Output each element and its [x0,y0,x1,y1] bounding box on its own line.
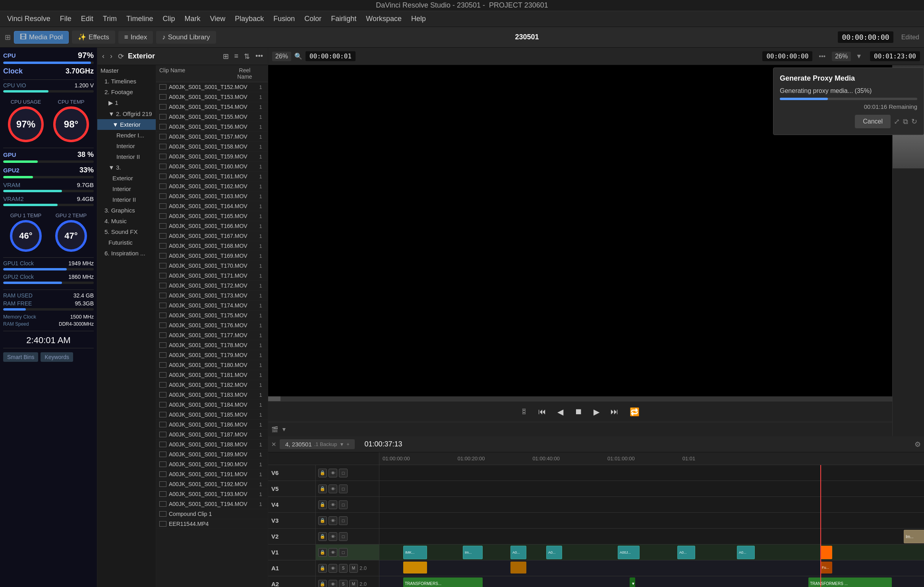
tree-music[interactable]: 4. Music [97,216,156,226]
clip-row[interactable]: A00JK_S001_S001_T188.MOV 1 [156,440,268,450]
tree-graphics[interactable]: 3. Graphics [97,205,156,216]
tree-sound-fx[interactable]: 5. Sound FX [97,226,156,237]
a2-eye[interactable]: 👁 [329,580,337,587]
clip-row[interactable]: A00JK_S001_S001_T193.MOV 1 [156,489,268,499]
clip-row[interactable]: A00JK_S001_S001_T186.MOV 1 [156,420,268,430]
menu-file[interactable]: File [56,13,75,25]
clip-row[interactable]: A00JK_S001_S001_T169.MOV 1 [156,251,268,261]
menu-fairlight[interactable]: Fairlight [327,13,360,25]
v2-eye[interactable]: 👁 [329,532,337,541]
a1-clip-1[interactable] [403,562,427,573]
v1-clip-6[interactable]: A0... [677,546,695,559]
forward-button[interactable]: › [108,50,114,62]
zoom-level-right[interactable]: 26% [832,52,851,61]
menu-playback[interactable]: Playback [231,13,268,25]
clip-row[interactable]: A00JK_S001_S001_T153.MOV 1 [156,92,268,102]
a2-clip-1[interactable]: TRANSFORMERS... [403,577,483,587]
a1-s[interactable]: S [339,564,348,573]
clip-row[interactable]: A00JK_S001_S001_T174.MOV 1 [156,301,268,311]
a1-clip-2[interactable] [510,562,526,573]
keywords-button[interactable]: Keywords [41,352,73,362]
v6-lock[interactable]: 🔒 [318,469,327,477]
a2-s[interactable]: S [339,580,348,587]
clip-row[interactable]: A00JK_S001_S001_T179.MOV 1 [156,350,268,360]
v4-eye[interactable]: 👁 [329,500,337,509]
clip-row[interactable]: A00JK_S001_S001_T160.MOV 1 [156,162,268,172]
clip-row[interactable]: A00JK_S001_S001_T178.MOV 1 [156,340,268,350]
clip-row[interactable]: A00JK_S001_S001_T168.MOV 1 [156,241,268,251]
zoom-level-left[interactable]: 26% [272,52,291,61]
a1-lock[interactable]: 🔒 [318,564,327,573]
clip-row[interactable]: A00JK_S001_S001_T187.MOV 1 [156,430,268,440]
clip-row[interactable]: A00JK_S001_S001_T176.MOV 1 [156,321,268,330]
v4-lock[interactable]: 🔒 [318,500,327,509]
sync-button[interactable]: ⟳ [116,50,126,62]
tree-render[interactable]: Render I... [97,130,156,141]
v1-box[interactable]: □ [339,548,348,557]
more-button[interactable]: ••• [254,50,265,62]
menu-workspace[interactable]: Workspace [362,13,406,25]
menu-help[interactable]: Help [407,13,430,25]
menu-mark[interactable]: Mark [180,13,204,25]
v1-clip-7[interactable]: A0... [737,546,755,559]
stop-button[interactable]: ⏹ [572,405,585,419]
clip-row[interactable]: A00JK_S001_S001_T183.MOV 1 [156,390,268,400]
v1-clip-2[interactable]: Im... [463,546,483,559]
timeline-settings-icon[interactable]: ⚙ [914,440,921,449]
a2-lock[interactable]: 🔒 [318,580,327,587]
v2-clip-1[interactable]: Im... [904,530,924,543]
menu-edit[interactable]: Edit [77,13,97,25]
clip-row[interactable]: A00JK_S001_S001_T180.MOV 1 [156,360,268,370]
tree-interior-ii[interactable]: Interior II [97,151,156,162]
smart-bins-button[interactable]: Smart Bins [3,352,38,362]
v3-eye[interactable]: 👁 [329,516,337,525]
v5-lock[interactable]: 🔒 [318,485,327,493]
clip-row[interactable]: A00JK_S001_S001_T191.MOV 1 [156,469,268,479]
proxy-cancel-button[interactable]: Cancel [855,115,891,128]
clip-row[interactable]: A00JK_S001_S001_T159.MOV 1 [156,152,268,162]
menu-trim[interactable]: Trim [99,13,121,25]
back-button[interactable]: ‹ [101,50,106,62]
menu-color[interactable]: Color [300,13,325,25]
v3-box[interactable]: □ [339,516,348,525]
clip-row[interactable]: A00JK_S001_S001_T152.MOV 1 [156,82,268,92]
grid-view-button[interactable]: ⊞ [221,50,230,62]
preview-timebar[interactable] [268,396,892,401]
clip-row[interactable]: A00JK_S001_S001_T177.MOV 1 [156,330,268,340]
list-view-button[interactable]: ≡ [233,50,240,62]
tab-add-button[interactable]: + [346,442,349,447]
skip-end-button[interactable]: ⏭ [608,405,621,419]
clip-row[interactable]: A00JK_S001_S001_T182.MOV 1 [156,380,268,390]
v1-clip-3[interactable]: A0... [510,546,526,559]
clip-row[interactable]: A00JK_S001_S001_T171.MOV 1 [156,271,268,281]
clip-row[interactable]: A00JK_S001_S001_T170.MOV 1 [156,261,268,271]
v1-clip-5[interactable]: A00J... [618,546,640,559]
tree-footage[interactable]: 2. Footage [97,87,156,97]
timeline-close-icon[interactable]: ✕ [271,441,276,448]
v1-eye[interactable]: 👁 [329,548,337,557]
menu-view[interactable]: View [206,13,229,25]
play-button[interactable]: ▶ [591,405,602,419]
clip-row[interactable]: A00JK_S001_S001_T155.MOV 1 [156,112,268,122]
clip-row[interactable]: A00JK_S001_S001_T161.MOV 1 [156,172,268,182]
v6-box[interactable]: □ [339,469,348,477]
clip-row[interactable]: A00JK_S001_S001_T165.MOV 1 [156,211,268,221]
clip-row[interactable]: A00JK_S001_S001_T194.MOV 1 [156,499,268,509]
v5-box[interactable]: □ [339,485,348,493]
timeline-tab[interactable]: 4, 230501 .1 Backup ▼ + [280,439,355,449]
a1-eye[interactable]: 👁 [329,564,337,573]
clip-row[interactable]: A00JK_S001_S001_T189.MOV 1 [156,450,268,460]
sound-library-button[interactable]: ♪ Sound Library [156,31,216,44]
a1-clip-3[interactable]: Fu... [820,562,832,573]
clip-row[interactable]: A00JK_S001_S001_T192.MOV 1 [156,479,268,489]
tree-3[interactable]: ▼ 3. [97,162,156,173]
clip-row[interactable]: A00JK_S001_S001_T166.MOV 1 [156,221,268,231]
v5-eye[interactable]: 👁 [329,485,337,493]
index-button[interactable]: ≡ Index [118,31,153,44]
step-back-button[interactable]: ◀ [555,405,566,419]
clip-row[interactable]: A00JK_S001_S001_T167.MOV 1 [156,231,268,241]
tree-timelines[interactable]: 1. Timelines [97,76,156,87]
menu-vinci-resolve[interactable]: Vinci Resolve [3,13,54,25]
clip-row[interactable]: A00JK_S001_S001_T190.MOV 1 [156,460,268,469]
chevron-down-icon[interactable]: ▼ [854,53,864,60]
